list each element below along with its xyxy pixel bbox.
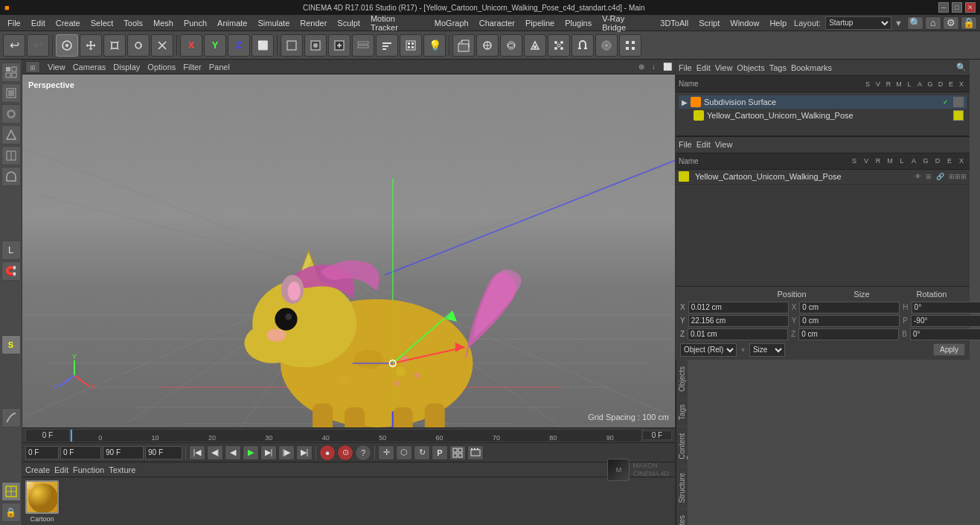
menu-character[interactable]: Character [475,17,519,29]
menu-motion-tracker[interactable]: Motion Tracker [366,13,429,34]
z-rot-input[interactable] [910,328,980,340]
attr-menu-edit[interactable]: Edit [696,140,711,149]
menu-script[interactable]: Script [694,17,724,29]
material-cartoon[interactable]: Cartoon [25,480,59,523]
rotate-button[interactable] [127,34,150,57]
menu-edit[interactable]: Edit [27,17,50,29]
menu-mograph[interactable]: MoGraph [430,17,473,29]
field-btn[interactable] [595,34,618,57]
left-btn-magnet[interactable]: 🧲 [1,261,21,281]
mat-menu-function[interactable]: Function [73,465,104,474]
magnet-btn[interactable] [571,34,594,57]
coord-system-select[interactable]: Object (Rel) World [680,343,737,357]
preview-start-input[interactable] [60,446,101,459]
om-menu-objects[interactable]: Objects [737,63,764,72]
move-button[interactable] [80,34,102,57]
vp-corner-1[interactable]: ⊕ [638,63,644,71]
left-btn-2[interactable] [1,83,21,103]
z-size-input[interactable] [798,328,899,340]
scale-button[interactable] [103,34,126,57]
om-menu-tags[interactable]: Tags [769,63,787,72]
world-axis-button[interactable]: ⬜ [252,34,274,57]
current-frame-input[interactable] [25,446,59,459]
x-size-input[interactable] [799,302,900,314]
vp-menu-view[interactable]: View [48,63,65,71]
vp-menu-options[interactable]: Options [147,63,176,71]
mat-menu-edit[interactable]: Edit [54,465,68,474]
play-button[interactable]: ▶ [243,445,259,460]
left-btn-6[interactable] [1,167,21,186]
menu-pipeline[interactable]: Pipeline [521,17,559,29]
next-key-button[interactable]: |▶ [278,445,295,460]
render-region-button[interactable] [281,34,303,57]
om-checkmark-icon[interactable]: ✓ [943,98,949,106]
next-frame-button[interactable]: ▶| [260,445,277,460]
autokey-button[interactable]: ? [355,445,371,461]
om-item-subdivision[interactable]: ▶ Subdivision Surface ✓ [679,95,967,109]
render-settings-button[interactable] [376,34,398,57]
film-btn[interactable] [467,445,484,460]
menu-window[interactable]: Window [726,17,763,29]
y-rot-input[interactable] [911,315,980,327]
menu-animate[interactable]: Animate [213,17,252,29]
left-btn-s[interactable]: S [1,335,21,354]
menu-simulate[interactable]: Simulate [253,17,294,29]
transform-button[interactable] [151,34,173,57]
menu-punch[interactable]: Punch [179,17,211,29]
render-queue-button[interactable] [352,34,374,57]
menu-vray[interactable]: V-Ray Bridge [598,13,654,34]
preview-end-input[interactable] [103,446,144,459]
vp-menu-panel[interactable]: Panel [209,63,230,71]
end-frame-input[interactable] [145,446,182,459]
om-menu-bookmarks[interactable]: Bookmarks [791,63,832,72]
perspective-btn[interactable] [452,34,475,57]
obj-btn[interactable] [500,34,522,57]
vp-menu-display[interactable]: Display [113,63,140,71]
vtab-content-browser[interactable]: Content Browser [676,426,688,466]
left-btn-sculpt[interactable] [1,408,21,427]
layout-arrow[interactable]: ▼ [894,19,903,28]
vp-menu-cameras[interactable]: Cameras [73,63,106,71]
om-menu-edit[interactable]: Edit [696,63,711,72]
vtab-attributes[interactable]: Attributes [676,509,688,525]
vp-menu-filter[interactable]: Filter [183,63,201,71]
x-rot-input[interactable] [912,302,980,314]
menu-help[interactable]: Help [765,17,791,29]
redo-button[interactable]: ↩ [27,34,49,57]
om-collapse-icon[interactable]: ▶ [682,98,688,106]
x-axis-button[interactable]: X [180,34,202,57]
vtab-objects[interactable]: Objects [676,360,688,398]
y-size-input[interactable] [799,315,900,327]
lock-btn[interactable]: 🔒 [961,16,977,30]
menu-create[interactable]: Create [51,17,85,29]
size-mode-select[interactable]: Size Scale [749,343,785,357]
left-btn-lock[interactable]: 🔒 [1,503,21,522]
vp-corner-3[interactable]: ⬜ [663,63,672,71]
p-btn[interactable]: P [432,445,448,460]
left-btn-grid[interactable] [1,482,21,501]
mat-btn[interactable] [524,34,546,57]
om-menu-view[interactable]: View [715,63,733,72]
vp-corner-2[interactable]: ↓ [652,63,656,71]
prev-key-button[interactable]: ◀| [207,445,223,460]
menu-sculpt[interactable]: Sculpt [333,17,365,29]
layout-select[interactable]: Startup [825,16,891,30]
home-btn[interactable]: ⌂ [925,16,941,30]
settings-btn[interactable]: ⚙ [943,16,959,30]
record-all-button[interactable]: ⊙ [337,445,353,461]
dots-btn[interactable] [619,34,641,57]
render-view-button[interactable] [304,34,327,57]
attr-menu-file[interactable]: File [679,140,692,149]
z-position-input[interactable] [688,328,788,340]
menu-tools[interactable]: Tools [119,17,147,29]
left-btn-knife[interactable]: L [1,241,21,260]
z-axis-button[interactable]: Z [228,34,250,57]
minimize-button[interactable]: ─ [938,2,949,13]
select-mode-button[interactable] [56,34,78,57]
snap-btn[interactable] [548,34,570,57]
y-axis-button[interactable]: Y [204,34,226,57]
mat-menu-texture[interactable]: Texture [109,465,135,474]
light-button[interactable]: 💡 [423,34,446,57]
menu-3dtoall[interactable]: 3DToAll [656,17,693,29]
cursor-btn[interactable] [476,34,499,57]
